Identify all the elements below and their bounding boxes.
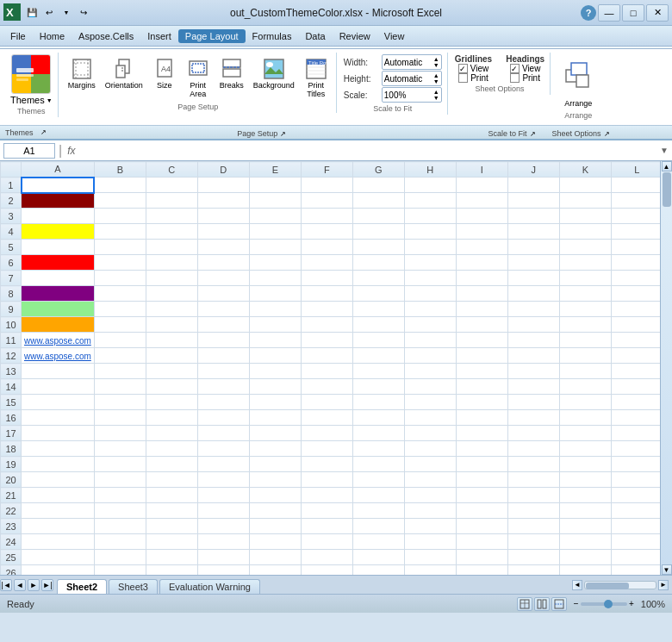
cell-f8[interactable]	[301, 286, 352, 302]
row-header-13[interactable]: 13	[1, 364, 22, 379]
row-header-22[interactable]: 22	[1, 503, 22, 519]
cell-i12[interactable]	[456, 348, 507, 364]
row-header-1[interactable]: 1	[1, 178, 22, 193]
cell-l5[interactable]	[611, 240, 663, 255]
hscroll-track[interactable]	[584, 581, 656, 589]
sheet-options-expand-btn[interactable]: ↗	[604, 130, 610, 138]
row-header-18[interactable]: 18	[1, 441, 22, 457]
cell-h8[interactable]	[404, 286, 456, 302]
cell-c2[interactable]	[146, 193, 197, 209]
cell-h3[interactable]	[404, 209, 456, 224]
cell-a8[interactable]	[22, 286, 95, 302]
zoom-out-btn[interactable]: −	[574, 599, 579, 608]
cell-g9[interactable]	[352, 302, 404, 317]
menu-review[interactable]: Review	[333, 29, 377, 43]
cell-k10[interactable]	[559, 317, 611, 333]
cell-g3[interactable]	[352, 209, 404, 224]
cell-f9[interactable]	[301, 302, 352, 317]
row-header-19[interactable]: 19	[1, 457, 22, 472]
cell-j4[interactable]	[507, 224, 559, 240]
menu-aspose[interactable]: Aspose.Cells	[72, 29, 140, 43]
col-header-k[interactable]: K	[559, 162, 611, 178]
cell-i10[interactable]	[456, 317, 507, 333]
col-header-f[interactable]: F	[301, 162, 352, 178]
row-header-24[interactable]: 24	[1, 534, 22, 550]
cell-f12[interactable]	[301, 348, 352, 364]
vscroll-thumb[interactable]	[663, 172, 671, 207]
cell-b1[interactable]	[94, 178, 146, 193]
cell-d11[interactable]	[197, 333, 249, 348]
cell-g5[interactable]	[352, 240, 404, 255]
cell-c8[interactable]	[146, 286, 197, 302]
cell-b6[interactable]	[94, 255, 146, 271]
cell-g4[interactable]	[352, 224, 404, 240]
cell-h6[interactable]	[404, 255, 456, 271]
cell-c9[interactable]	[146, 302, 197, 317]
cell-i7[interactable]	[456, 271, 507, 286]
cell-g1[interactable]	[352, 178, 404, 193]
col-header-j[interactable]: J	[507, 162, 559, 178]
cell-h7[interactable]	[404, 271, 456, 286]
cell-f11[interactable]	[301, 333, 352, 348]
maximize-btn[interactable]: □	[622, 4, 644, 22]
cell-f4[interactable]	[301, 224, 352, 240]
col-header-d[interactable]: D	[197, 162, 249, 178]
menu-page-layout[interactable]: Page Layout	[178, 29, 246, 43]
cell-k6[interactable]	[559, 255, 611, 271]
scale-expand-btn[interactable]: ↗	[530, 130, 536, 138]
row-header-14[interactable]: 14	[1, 379, 22, 395]
cell-g6[interactable]	[352, 255, 404, 271]
cell-i3[interactable]	[456, 209, 507, 224]
breaks-btn[interactable]: Breaks	[215, 54, 248, 92]
height-up[interactable]: ▲	[433, 72, 439, 78]
cell-e12[interactable]	[249, 348, 301, 364]
cell-g10[interactable]	[352, 317, 404, 333]
cell-i6[interactable]	[456, 255, 507, 271]
cell-c7[interactable]	[146, 271, 197, 286]
cell-c6[interactable]	[146, 255, 197, 271]
cell-l12[interactable]	[611, 348, 663, 364]
zoom-track[interactable]	[581, 602, 627, 606]
menu-formulas[interactable]: Formulas	[246, 29, 299, 43]
cell-l2[interactable]	[611, 193, 663, 209]
cell-j2[interactable]	[507, 193, 559, 209]
cell-l4[interactable]	[611, 224, 663, 240]
cell-reference-input[interactable]: A1	[3, 143, 55, 159]
cell-i8[interactable]	[456, 286, 507, 302]
cell-e4[interactable]	[249, 224, 301, 240]
cell-k9[interactable]	[559, 302, 611, 317]
background-btn[interactable]: Background	[249, 54, 299, 92]
cell-b8[interactable]	[94, 286, 146, 302]
cell-f2[interactable]	[301, 193, 352, 209]
row-header-21[interactable]: 21	[1, 488, 22, 503]
cell-g7[interactable]	[352, 271, 404, 286]
zoom-in-btn[interactable]: +	[629, 599, 634, 608]
cell-b5[interactable]	[94, 240, 146, 255]
row-header-4[interactable]: 4	[1, 224, 22, 240]
link-a11[interactable]: www.aspose.com	[24, 336, 91, 346]
cell-h2[interactable]	[404, 193, 456, 209]
cell-j8[interactable]	[507, 286, 559, 302]
row-header-7[interactable]: 7	[1, 271, 22, 286]
cell-j9[interactable]	[507, 302, 559, 317]
cell-l1[interactable]	[611, 178, 663, 193]
menu-file[interactable]: File	[3, 29, 33, 43]
cell-e2[interactable]	[249, 193, 301, 209]
cell-b4[interactable]	[94, 224, 146, 240]
col-header-l[interactable]: L	[611, 162, 663, 178]
page-break-view-btn[interactable]	[551, 597, 567, 611]
vertical-scrollbar[interactable]: ▲ ▼	[660, 161, 672, 575]
cell-e3[interactable]	[249, 209, 301, 224]
redo-quick-btn[interactable]: ↪	[76, 5, 91, 21]
menu-data[interactable]: Data	[298, 29, 332, 43]
cell-d3[interactable]	[197, 209, 249, 224]
gridlines-print-checkbox[interactable]	[458, 73, 468, 83]
cell-i5[interactable]	[456, 240, 507, 255]
row-header-20[interactable]: 20	[1, 472, 22, 488]
undo-quick-btn[interactable]: ↩	[41, 5, 57, 21]
height-input[interactable]: Automatic ▲ ▼	[382, 71, 442, 86]
normal-view-btn[interactable]	[517, 597, 532, 611]
cell-a12[interactable]: www.aspose.com	[22, 348, 95, 364]
cell-f1[interactable]	[301, 178, 352, 193]
row-header-11[interactable]: 11	[1, 333, 22, 348]
